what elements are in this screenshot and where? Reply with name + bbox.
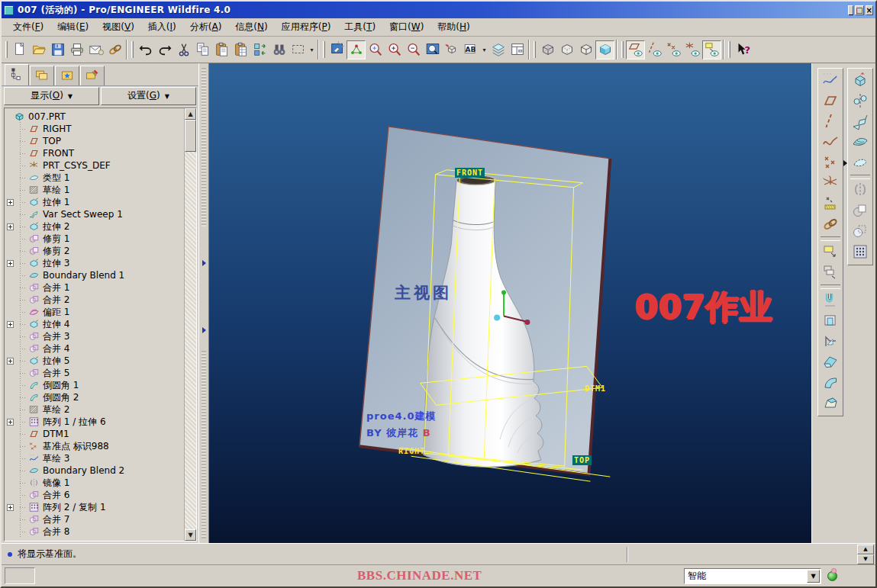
- extrude-tool-button[interactable]: [850, 71, 871, 91]
- tree-item-22[interactable]: 合并 5: [5, 367, 184, 379]
- tree-item-6[interactable]: 类型 1: [5, 172, 184, 184]
- saved-views-button[interactable]: AB: [461, 40, 480, 59]
- repaint-button[interactable]: [327, 40, 347, 59]
- tree-item-33[interactable]: 阵列 2 / 复制 1: [5, 501, 184, 513]
- minimize-button[interactable]: _: [848, 5, 853, 15]
- tree-item-4[interactable]: FRONT: [5, 147, 184, 159]
- datum-plane-tool-button[interactable]: [820, 92, 841, 111]
- tree-item-10[interactable]: 拉伸 2: [5, 220, 184, 233]
- tree-item-11[interactable]: 修剪 1: [5, 233, 184, 245]
- trim-tool-button[interactable]: [850, 222, 871, 242]
- menu-item-6[interactable]: 信息(N): [228, 19, 274, 35]
- sweep-tool-button[interactable]: [850, 112, 871, 132]
- regenerate-button[interactable]: [250, 40, 269, 59]
- selection-buffer-icon[interactable]: [827, 571, 837, 581]
- tree-scrollbar[interactable]: ▲ ▼: [184, 108, 196, 541]
- settings-menu-button[interactable]: 设置(G)▼: [101, 87, 196, 105]
- model-tree-tab[interactable]: [5, 64, 29, 85]
- sketch-tool-button[interactable]: [820, 71, 841, 91]
- show-menu-button[interactable]: 显示(O)▼: [4, 87, 99, 105]
- close-button[interactable]: ×: [866, 5, 873, 15]
- front-datum-tag[interactable]: FRONT: [455, 168, 485, 178]
- redo-button[interactable]: [155, 40, 174, 59]
- open-file-button[interactable]: [29, 40, 48, 59]
- view-manager-button[interactable]: [508, 40, 527, 59]
- menu-item-5[interactable]: 分析(A): [183, 19, 229, 35]
- tree-item-35[interactable]: 合并 8: [5, 525, 184, 538]
- message-scroll-up-icon[interactable]: ▲: [857, 545, 874, 554]
- tree-item-14[interactable]: Boundary Blend 1: [5, 269, 184, 281]
- select-box-button[interactable]: [289, 40, 308, 59]
- paste-special-button[interactable]: [231, 40, 250, 59]
- csys-toggle-button[interactable]: [683, 40, 702, 59]
- tree-item-28[interactable]: 基准点 标识988: [5, 440, 184, 452]
- scrollbar-thumb[interactable]: [185, 120, 196, 152]
- tree-item-24[interactable]: 倒圆角 2: [5, 391, 184, 403]
- menu-item-1[interactable]: 文件(F): [6, 19, 50, 35]
- datum-points-toggle-button[interactable]: [664, 40, 683, 59]
- selection-filter-combo[interactable]: 智能 ▼: [684, 568, 821, 584]
- connections-tab[interactable]: [80, 66, 105, 85]
- select-box-dropdown[interactable]: ▾: [308, 40, 316, 59]
- expand-plus-icon[interactable]: [7, 321, 14, 328]
- tree-item-3[interactable]: TOP: [5, 135, 184, 147]
- context-help-button[interactable]: ?: [733, 40, 752, 59]
- tree-item-25[interactable]: 草绘 2: [5, 403, 184, 416]
- tree-item-18[interactable]: 拉伸 4: [5, 318, 184, 330]
- message-scroll-down-icon[interactable]: ▼: [857, 554, 874, 564]
- annotations-toggle-button[interactable]: [702, 40, 721, 59]
- hole-tool-button[interactable]: [820, 291, 841, 310]
- tree-item-1[interactable]: 007.PRT: [5, 111, 184, 123]
- tree-item-16[interactable]: 合并 2: [5, 294, 184, 306]
- refit-button[interactable]: [423, 40, 442, 59]
- scrollbar-track[interactable]: [185, 120, 196, 529]
- round-tool-button[interactable]: [820, 373, 841, 393]
- sash-arrow-icon[interactable]: [202, 260, 206, 266]
- tree-item-8[interactable]: 拉伸 1: [5, 196, 184, 208]
- zoom-in-button[interactable]: [385, 40, 404, 59]
- tree-item-34[interactable]: 合并 7: [5, 513, 184, 525]
- cut-button[interactable]: [174, 40, 193, 59]
- boundary-blend-tool-button[interactable]: [850, 133, 871, 153]
- find-button[interactable]: [269, 40, 289, 59]
- chamfer-tool-button[interactable]: [820, 394, 841, 413]
- no-hidden-display-button[interactable]: [576, 40, 595, 59]
- menu-item-9[interactable]: 窗口(W): [382, 19, 430, 35]
- folder-browser-tab[interactable]: [30, 66, 54, 85]
- annotation-feature-tool-button[interactable]: [820, 263, 841, 283]
- dtm1-datum-tag[interactable]: DTM1: [583, 384, 608, 394]
- expand-plus-icon[interactable]: [7, 260, 14, 267]
- graphics-area[interactable]: FRONT DTM1 TOP RIGHT 主视图 proe4.0建模 BY 彼岸…: [209, 63, 811, 543]
- tree-item-17[interactable]: 偏距 1: [5, 306, 184, 318]
- favorites-tab[interactable]: [55, 66, 79, 85]
- menu-item-3[interactable]: 视图(V): [95, 19, 141, 35]
- hidden-line-display-button[interactable]: [557, 40, 576, 59]
- tree-item-31[interactable]: 镜像 1: [5, 477, 184, 489]
- expand-plus-icon[interactable]: [7, 358, 14, 365]
- tree-item-13[interactable]: 拉伸 3: [5, 257, 184, 269]
- tree-item-19[interactable]: 合并 3: [5, 330, 184, 342]
- menu-item-4[interactable]: 插入(I): [141, 19, 183, 35]
- spin-center-button[interactable]: [347, 40, 366, 59]
- revolve-tool-button[interactable]: [850, 92, 871, 111]
- orient-mode-button[interactable]: [366, 40, 385, 59]
- tree-item-32[interactable]: 合并 6: [5, 489, 184, 501]
- tree-item-20[interactable]: 合并 4: [5, 342, 184, 355]
- paste-button[interactable]: [212, 40, 231, 59]
- tree-item-2[interactable]: RIGHT: [5, 123, 184, 135]
- layers-button[interactable]: [488, 40, 508, 59]
- chevron-down-icon[interactable]: ▼: [807, 570, 820, 583]
- wireframe-display-button[interactable]: [538, 40, 557, 59]
- analysis-tool-button[interactable]: [820, 194, 841, 214]
- curve-tool-button[interactable]: [820, 133, 841, 153]
- model-intent-tool-button[interactable]: [820, 215, 841, 235]
- tree-item-23[interactable]: 倒圆角 1: [5, 379, 184, 391]
- new-file-button[interactable]: [10, 40, 29, 59]
- datum-planes-toggle-button[interactable]: [626, 40, 645, 59]
- saved-views-dropdown[interactable]: ▾: [480, 40, 488, 59]
- expand-plus-icon[interactable]: [7, 504, 14, 511]
- top-datum-tag[interactable]: TOP: [572, 455, 592, 465]
- menu-item-7[interactable]: 应用程序(P): [275, 19, 338, 35]
- datum-axis-tool-button[interactable]: [820, 112, 841, 132]
- mirror-tool-button[interactable]: [850, 181, 871, 201]
